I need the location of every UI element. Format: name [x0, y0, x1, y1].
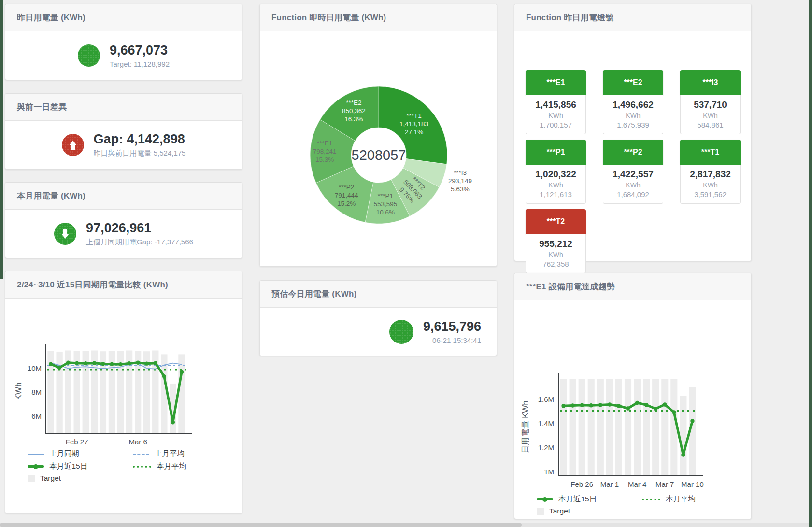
tile-unit: KWh: [528, 181, 584, 189]
panel-15day-compare-chart: 2/24~3/10 近15日同期用電量比較 (KWh) 6M8M10MFeb 2…: [5, 271, 242, 513]
tile-body: 1,415,856KWh1,700,157: [526, 95, 586, 134]
device-tile-E2: ***E21,496,662KWh1,675,939: [603, 70, 663, 134]
tile-unit: KWh: [605, 112, 661, 119]
device-tile-P1: ***P11,020,322KWh1,121,613: [526, 140, 586, 204]
panel-header: 預估今日用電量 (KWh): [260, 281, 497, 308]
tile-status-header: ***P2: [603, 140, 663, 165]
svg-text:***I3293,1495.63%: ***I3293,1495.63%: [448, 169, 472, 193]
tile-target-value: 1,121,613: [528, 190, 584, 199]
e1-trend-line-chart: 1M1.2M1.4M1.6MFeb 26Mar 1Mar 4Mar 7Mar 1…: [514, 300, 752, 490]
tile-value: 537,710: [683, 100, 738, 110]
tile-target-value: 584,861: [683, 121, 738, 129]
legend-label: 本月近15日: [49, 461, 87, 471]
tile-value: 1,422,557: [605, 169, 661, 180]
legend-item-box[interactable]: Target: [28, 474, 133, 483]
panel-title: 本月用電量 (KWh): [17, 190, 85, 201]
tile-value: 1,496,662: [605, 100, 661, 110]
legend-item-thick[interactable]: 本月近15日: [537, 494, 642, 504]
tile-body: 1,020,322KWh1,121,613: [526, 165, 586, 204]
panel-month-usage: 本月用電量 (KWh) 97,026,961 上個月同期用電Gap: -17,3…: [5, 182, 242, 258]
svg-text:Feb 27: Feb 27: [66, 438, 88, 444]
legend-label: 上月平均: [155, 449, 185, 459]
trend-chart-legend: 本月近15日本月平均Target: [514, 494, 751, 515]
tile-body: 1,496,662KWh1,675,939: [603, 95, 663, 134]
legend-item-dots[interactable]: 本月平均: [133, 461, 220, 471]
panel-day-gap: 與前一日差異 Gap: 4,142,898 昨日與前日用電量 5,524,175: [5, 93, 242, 170]
svg-text:Mar 7: Mar 7: [655, 480, 674, 488]
tile-target-value: 3,591,562: [683, 190, 738, 199]
legend-item-dots[interactable]: 本月平均: [642, 494, 729, 504]
tile-value: 955,212: [528, 239, 584, 249]
svg-text:Mar 6: Mar 6: [128, 438, 147, 444]
panel-title: Function 昨日用電燈號: [526, 12, 613, 23]
legend-swatch: [28, 475, 35, 482]
device-tile-T1: ***T12,817,832KWh3,591,562: [680, 140, 741, 204]
tile-value: 1,415,856: [528, 100, 584, 110]
svg-text:1.4M: 1.4M: [538, 419, 554, 427]
legend-swatch: [537, 498, 553, 500]
tile-target-value: 1,675,939: [605, 121, 661, 129]
device-tile-T2: ***T2955,212KWh762,358: [526, 209, 586, 273]
tile-body: 537,710KWh584,861: [680, 95, 741, 134]
panel-header: 昨日用電量 (KWh): [5, 4, 242, 31]
status-ok-icon: [389, 320, 413, 344]
forecast-timestamp: 06-21 15:34:41: [423, 336, 481, 344]
svg-text:1.2M: 1.2M: [538, 443, 554, 452]
panel-yesterday-status-lights: Function 昨日用電燈號 ***E11,415,856KWh1,700,1…: [514, 4, 752, 261]
legend-label: 本月近15日: [558, 494, 597, 504]
panel-realtime-donut: Function 即時日用電量 (KWh) ***T11,413,18327.1…: [259, 4, 497, 267]
panel-header: 2/24~3/10 近15日同期用電量比較 (KWh): [5, 271, 242, 299]
tile-unit: KWh: [683, 181, 738, 189]
legend-item-line[interactable]: 上月同期: [28, 449, 133, 459]
horizontal-scrollbar[interactable]: [0, 523, 809, 527]
compare-line-chart: 6M8M10MFeb 27Mar 6KWh: [5, 299, 243, 444]
panel-yesterday-usage: 昨日用電量 (KWh) 9,667,073 Target: 11,128,992: [5, 4, 242, 80]
svg-text:1M: 1M: [544, 468, 554, 476]
legend-swatch: [537, 508, 544, 515]
panel-title: 昨日用電量 (KWh): [17, 12, 85, 23]
panel-title: 2/24~3/10 近15日同期用電量比較 (KWh): [17, 279, 168, 290]
tile-target-value: 1,684,092: [605, 190, 661, 199]
tile-target-value: 762,358: [528, 260, 584, 268]
realtime-usage-donut-chart: ***T11,413,18327.1%***I3293,1495.63%***T…: [260, 31, 498, 267]
tile-status-header: ***E1: [526, 70, 586, 95]
legend-label: Target: [40, 474, 61, 483]
page-edge-left: [0, 0, 3, 279]
tile-target-value: 1,700,157: [528, 121, 584, 129]
arrow-down-icon: [54, 223, 76, 245]
panel-title: 預估今日用電量 (KWh): [271, 288, 356, 299]
legend-swatch: [28, 454, 44, 455]
tile-value: 1,020,322: [528, 169, 584, 180]
panel-e1-trend-chart: ***E1 設備用電達成趨勢 1M1.2M1.4M1.6MFeb 26Mar 1…: [514, 273, 752, 519]
svg-text:6M: 6M: [31, 412, 42, 420]
legend-item-box[interactable]: Target: [537, 507, 642, 515]
compare-chart-legend: 上月同期上月平均本月近15日本月平均Target: [5, 449, 242, 483]
panel-forecast-today: 預估今日用電量 (KWh) 9,615,796 06-21 15:34:41: [259, 280, 497, 356]
tile-status-header: ***E2: [603, 70, 663, 95]
panel-header: 本月用電量 (KWh): [5, 183, 242, 210]
arrow-up-icon: [62, 134, 84, 156]
horizontal-scrollbar-thumb[interactable]: [0, 523, 522, 527]
svg-text:Mar 10: Mar 10: [681, 480, 704, 488]
svg-text:KWh: KWh: [14, 383, 23, 400]
legend-label: 本月平均: [157, 461, 186, 471]
panel-title: 與前一日差異: [17, 101, 67, 113]
day-gap-value: Gap: 4,142,898: [94, 132, 186, 147]
legend-swatch: [642, 499, 660, 500]
legend-swatch: [133, 454, 149, 455]
panel-header: Function 昨日用電燈號: [514, 4, 751, 31]
legend-item-thick[interactable]: 本月近15日: [28, 461, 133, 471]
tile-status-header: ***P1: [526, 140, 586, 165]
svg-text:Mar 4: Mar 4: [628, 480, 646, 488]
svg-text:8M: 8M: [31, 388, 42, 396]
tile-unit: KWh: [605, 181, 661, 189]
legend-swatch: [28, 465, 44, 468]
legend-item-dash[interactable]: 上月平均: [133, 449, 220, 459]
status-ok-icon: [78, 44, 100, 67]
panel-title: ***E1 設備用電達成趨勢: [526, 281, 615, 292]
panel-title: Function 即時日用電量 (KWh): [271, 12, 386, 23]
svg-text:日用電量 KWh: 日用電量 KWh: [521, 400, 530, 454]
tile-unit: KWh: [683, 112, 738, 119]
tile-body: 2,817,832KWh3,591,562: [680, 165, 741, 204]
day-gap-sub: 昨日與前日用電量 5,524,175: [94, 149, 186, 158]
